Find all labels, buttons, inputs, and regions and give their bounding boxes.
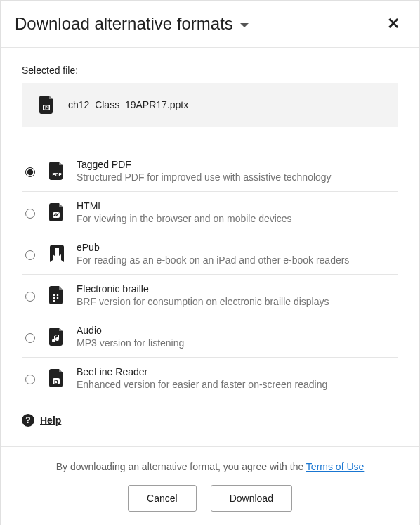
svg-point-6 (53, 297, 55, 299)
svg-point-5 (53, 294, 55, 297)
audio-file-icon (48, 328, 65, 346)
option-beeline[interactable]: B BeeLine Reader Enhanced version for ea… (22, 358, 398, 398)
option-desc: For viewing in the browser and on mobile… (77, 213, 292, 224)
dialog-footer: By downloading an alternative format, yo… (1, 446, 419, 525)
radio-tagged-pdf[interactable] (25, 167, 35, 177)
option-html[interactable]: HTML For viewing in the browser and on m… (22, 192, 398, 233)
pdf-file-icon: PDF (48, 162, 65, 180)
svg-text:B: B (54, 379, 58, 385)
option-tagged-pdf[interactable]: PDF Tagged PDF Structured PDF for improv… (22, 150, 398, 192)
format-options-list: PDF Tagged PDF Structured PDF for improv… (22, 150, 398, 398)
option-desc: For reading as an e-book on an iPad and … (77, 254, 349, 266)
option-title: HTML (77, 200, 292, 212)
html-file-icon (48, 203, 65, 221)
option-title: ePub (77, 242, 349, 253)
option-braille[interactable]: Electronic braille BRF version for consu… (22, 275, 398, 316)
agreement-text: By downloading an alternative format, yo… (22, 461, 398, 472)
selected-file-box: P ch12_Class_19APR17.pptx (22, 83, 398, 127)
close-button[interactable]: ✕ (384, 13, 402, 34)
radio-html[interactable] (25, 209, 35, 219)
option-audio[interactable]: Audio MP3 version for listening (22, 316, 398, 358)
option-desc: MP3 version for listening (77, 337, 184, 349)
option-desc: Enhanced version for easier and faster o… (77, 379, 327, 390)
svg-text:?: ? (25, 415, 30, 425)
svg-point-8 (57, 294, 59, 297)
dialog-header: Download alternative formats ✕ (1, 1, 419, 48)
terms-of-use-link[interactable]: Terms of Use (306, 461, 364, 472)
svg-point-9 (57, 297, 59, 299)
chevron-down-icon (240, 23, 249, 27)
title-dropdown[interactable]: Download alternative formats (15, 14, 249, 34)
option-desc: BRF version for consumption on electroni… (77, 296, 329, 307)
help-link[interactable]: ? Help (22, 414, 398, 427)
svg-point-7 (53, 300, 55, 302)
option-title: Electronic braille (77, 283, 329, 294)
option-desc: Structured PDF for improved use with ass… (77, 171, 332, 183)
option-title: Audio (77, 325, 184, 336)
powerpoint-file-icon: P (39, 96, 55, 114)
download-button[interactable]: Download (211, 485, 292, 512)
help-label: Help (40, 415, 61, 426)
epub-file-icon (48, 245, 65, 262)
radio-beeline[interactable] (25, 375, 35, 384)
braille-file-icon (48, 286, 65, 304)
radio-audio[interactable] (25, 333, 35, 343)
download-formats-dialog: Download alternative formats ✕ Selected … (0, 0, 420, 525)
selected-file-name: ch12_Class_19APR17.pptx (68, 99, 188, 110)
close-icon: ✕ (387, 15, 400, 32)
selected-file-label: Selected file: (22, 65, 398, 76)
help-icon: ? (22, 414, 34, 427)
option-title: BeeLine Reader (77, 366, 327, 377)
option-title: Tagged PDF (77, 159, 332, 170)
cancel-button[interactable]: Cancel (128, 485, 197, 512)
dialog-title: Download alternative formats (15, 14, 233, 34)
radio-epub[interactable] (25, 250, 35, 260)
dialog-body: Selected file: P ch12_Class_19APR17.pptx… (1, 48, 419, 446)
radio-braille[interactable] (25, 292, 35, 302)
option-epub[interactable]: ePub For reading as an e-book on an iPad… (22, 233, 398, 275)
beeline-file-icon: B (48, 369, 65, 387)
svg-text:PDF: PDF (53, 172, 62, 177)
